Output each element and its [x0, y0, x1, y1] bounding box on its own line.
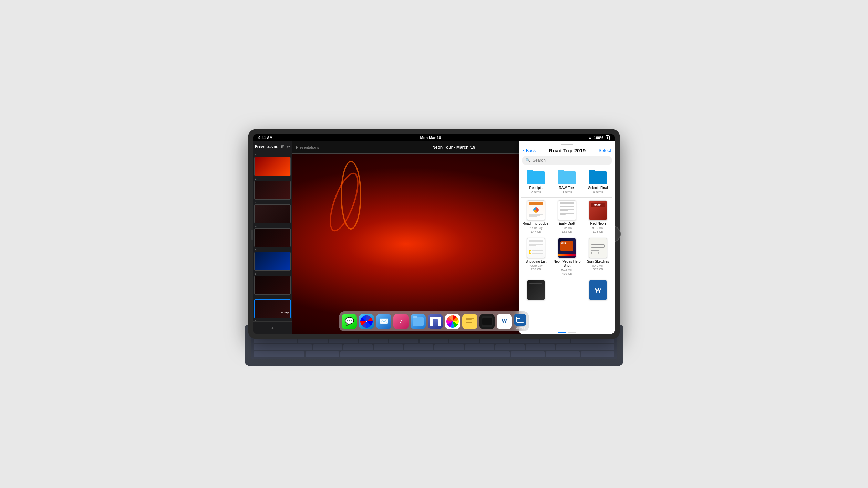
slide-preview-7: Pit Stop: [254, 299, 291, 318]
key[interactable]: [306, 351, 339, 357]
file-shopping-list[interactable]: Shopping List Yesterday 268 KB: [521, 237, 550, 277]
doc-header: [529, 202, 543, 205]
dark-icon: [482, 316, 493, 327]
files-panel: ‹ Back Road Trip 2019 Select 🔍: [519, 141, 615, 334]
key[interactable]: [254, 344, 312, 350]
file-blank[interactable]: [521, 279, 550, 303]
doc-line: [591, 217, 605, 217]
toolbar-back-label: Presentations: [296, 145, 319, 149]
doc-thumb-shopping: [527, 238, 545, 258]
spacebar[interactable]: [340, 351, 510, 357]
key[interactable]: [404, 344, 433, 350]
slide-number-4: 4: [254, 225, 291, 228]
files-search-bar[interactable]: 🔍: [522, 156, 612, 165]
key[interactable]: [465, 344, 494, 350]
dock-app-dark[interactable]: [479, 314, 495, 329]
folder-meta-selects: 4 items: [593, 190, 603, 194]
slide-thumb-3[interactable]: 3: [254, 201, 291, 223]
scene: 9:41 AM Mon Mar 18 ▲ 100% ▮ Presentation…: [217, 122, 651, 366]
slide-thumb-8[interactable]: 8: [254, 320, 291, 321]
dock-app-browse[interactable]: [514, 314, 526, 326]
slide-thumb-7[interactable]: 7 Pit Stop: [254, 296, 291, 318]
dock-app-word[interactable]: W: [497, 314, 512, 329]
folder-receipts[interactable]: Receipts 2 items: [521, 169, 550, 195]
doc-line: [560, 206, 574, 207]
key[interactable]: [556, 344, 614, 350]
key[interactable]: [343, 344, 373, 350]
file-name-neon-vegas: Neon Vegas Hero Shot: [553, 259, 581, 268]
toolbar-title: Neon Tour - March '19: [432, 145, 475, 150]
notes-icon: [464, 316, 475, 327]
file-name-shopping: Shopping List: [526, 259, 547, 264]
doc-list-item: [529, 250, 543, 252]
grid-icon[interactable]: ⊞: [281, 144, 285, 149]
key[interactable]: [495, 344, 525, 350]
list-bullet: [529, 252, 531, 254]
dock-app-music[interactable]: ♪: [393, 314, 409, 329]
dock: 💬 ✉️ ♪: [339, 311, 529, 331]
slide-thumb-4[interactable]: 4: [254, 225, 291, 247]
file-meta-early-1: 7:03 AM: [561, 226, 572, 230]
dock-app-safari[interactable]: [359, 314, 374, 329]
panel-handle: [561, 144, 573, 145]
slide-thumb-5[interactable]: 5: [254, 248, 291, 271]
file-sign-sketches[interactable]: Sign Sketches 8:40 AM 507 KB: [583, 237, 612, 277]
undo-icon[interactable]: ↩: [287, 144, 290, 149]
folder-name-receipts: Receipts: [529, 186, 543, 190]
folder-rawfiles[interactable]: RAW Files 3 items: [552, 169, 581, 195]
key[interactable]: [526, 344, 555, 350]
slide-number-6: 6: [254, 272, 291, 275]
folder-meta-rawfiles: 3 items: [562, 190, 572, 194]
dock-app-photos[interactable]: [445, 314, 460, 329]
file-early-draft[interactable]: Early Draft 7:03 AM 182 KB: [552, 199, 581, 235]
doc-line: [560, 208, 566, 208]
files-row-3: W: [521, 279, 612, 303]
file-name-redneon: Red Neon: [590, 222, 606, 226]
file-placeholder: W: [583, 279, 612, 303]
search-input[interactable]: [533, 158, 608, 163]
dock-app-messages[interactable]: 💬: [342, 314, 357, 329]
battery-icon: ▮: [606, 135, 610, 140]
add-slide-button[interactable]: +: [268, 325, 277, 331]
key[interactable]: [546, 351, 579, 357]
dock-browse-container: Browse: [514, 314, 526, 329]
file-word: [552, 279, 581, 303]
key[interactable]: [374, 344, 403, 350]
slide-thumb-2[interactable]: 2: [254, 177, 291, 200]
dark-screen: [482, 318, 492, 325]
dock-app-files[interactable]: [411, 314, 426, 329]
browse-tab: [517, 318, 520, 319]
messages-icon: 💬: [345, 317, 354, 326]
slide-thumb-6[interactable]: 6: [254, 272, 291, 295]
key[interactable]: [254, 351, 304, 357]
folder-icon-rawfiles: [558, 170, 576, 184]
file-road-trip-budget[interactable]: Road Trip Budget Yesterday 147 KB: [521, 199, 550, 235]
browse-icon: [516, 316, 525, 323]
files-select-button[interactable]: Select: [599, 148, 611, 153]
sidebar-icons: ⊞ ↩: [281, 144, 290, 149]
sidebar-header: Presentations ⊞ ↩: [253, 141, 292, 152]
doc-line: [529, 214, 543, 215]
folder-selects[interactable]: Selects Final 4 items: [583, 169, 612, 195]
file-meta-shopping-1: Yesterday: [529, 264, 543, 267]
dock-app-keynote[interactable]: [428, 314, 443, 329]
key[interactable]: [434, 344, 464, 350]
doc-line: [529, 247, 543, 247]
files-back-button[interactable]: ‹ Back: [523, 148, 536, 153]
slide-preview-4: [254, 228, 291, 247]
slide-thumb-1[interactable]: 1: [254, 153, 291, 176]
dock-app-notes[interactable]: [462, 314, 477, 329]
wifi-icon: ▲: [588, 136, 592, 139]
dock-app-mail[interactable]: ✉️: [376, 314, 391, 329]
key[interactable]: [581, 351, 614, 357]
key[interactable]: [511, 351, 545, 357]
files-nav: ‹ Back Road Trip 2019 Select: [519, 146, 615, 156]
file-meta-sketches-1: 8:40 AM: [592, 264, 603, 267]
slide-number-7: 7: [254, 296, 291, 299]
file-neon-vegas[interactable]: NEON Neon Vegas Hero Shot 9:15 AM 479 KB: [552, 237, 581, 277]
file-red-neon[interactable]: MOTEL Red Neon 9:12 AM 198 KB: [583, 199, 612, 235]
doc-neon-label: MOTEL: [591, 203, 605, 207]
photos-wheel-icon: [446, 315, 459, 328]
key[interactable]: [313, 344, 342, 350]
doc-thumb-budget: [527, 200, 545, 220]
